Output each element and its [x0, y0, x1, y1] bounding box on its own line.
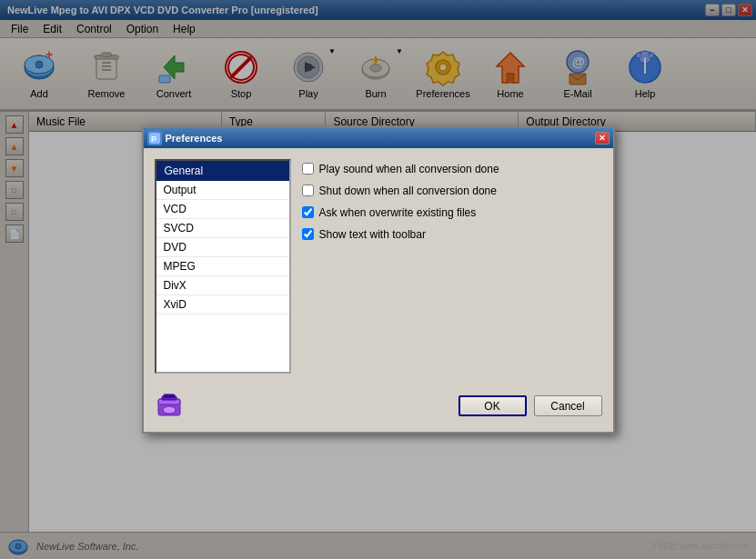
- svg-text:P: P: [151, 135, 156, 144]
- dialog-title-left: P Preferences: [147, 131, 223, 145]
- option-shutdown-label: Shut down when all conversion done: [319, 185, 497, 197]
- category-divx[interactable]: DivX: [156, 276, 289, 295]
- option-play-sound-row[interactable]: Play sound when all conversion done: [302, 163, 602, 175]
- category-mpeg[interactable]: MPEG: [156, 257, 289, 276]
- dialog-logo-icon: [155, 392, 184, 421]
- option-ask-overwrite-label: Ask when overwrite existing files: [319, 206, 477, 219]
- modal-overlay: P Preferences ✕ General Output VCD SVCD …: [0, 0, 756, 559]
- category-output[interactable]: Output: [156, 181, 289, 200]
- dialog-titlebar: P Preferences ✕: [144, 128, 613, 148]
- svg-point-48: [163, 406, 176, 414]
- option-shutdown-checkbox[interactable]: [302, 185, 314, 196]
- option-show-text-row[interactable]: Show text with toolbar: [302, 228, 602, 241]
- option-ask-overwrite-row[interactable]: Ask when overwrite existing files: [302, 206, 602, 219]
- category-xvid[interactable]: XviD: [156, 295, 289, 314]
- option-ask-overwrite-checkbox[interactable]: [302, 206, 314, 218]
- svg-rect-47: [164, 394, 175, 397]
- dialog-ok-button[interactable]: OK: [459, 395, 527, 416]
- dialog-cancel-button[interactable]: Cancel: [534, 395, 602, 416]
- option-shutdown-row[interactable]: Shut down when all conversion done: [302, 185, 602, 197]
- option-play-sound-checkbox[interactable]: [302, 163, 314, 175]
- options-panel: Play sound when all conversion done Shut…: [302, 159, 602, 374]
- category-general[interactable]: General: [156, 161, 289, 181]
- category-list: General Output VCD SVCD DVD MPEG DivX Xv…: [155, 159, 291, 374]
- dialog-close-button[interactable]: ✕: [595, 132, 610, 145]
- dialog-footer-left: [155, 392, 184, 421]
- dialog-icon: P: [147, 131, 162, 145]
- option-show-text-checkbox[interactable]: [302, 228, 314, 240]
- category-dvd[interactable]: DVD: [156, 238, 289, 257]
- dialog-title: Preferences: [166, 133, 223, 144]
- preferences-dialog: P Preferences ✕ General Output VCD SVCD …: [142, 126, 615, 434]
- dialog-footer: OK Cancel: [144, 384, 613, 432]
- category-svcd[interactable]: SVCD: [156, 219, 289, 238]
- dialog-body: General Output VCD SVCD DVD MPEG DivX Xv…: [144, 148, 613, 384]
- category-vcd[interactable]: VCD: [156, 200, 289, 219]
- option-play-sound-label: Play sound when all conversion done: [319, 163, 499, 175]
- option-show-text-label: Show text with toolbar: [319, 228, 426, 241]
- dialog-action-buttons: OK Cancel: [459, 395, 602, 416]
